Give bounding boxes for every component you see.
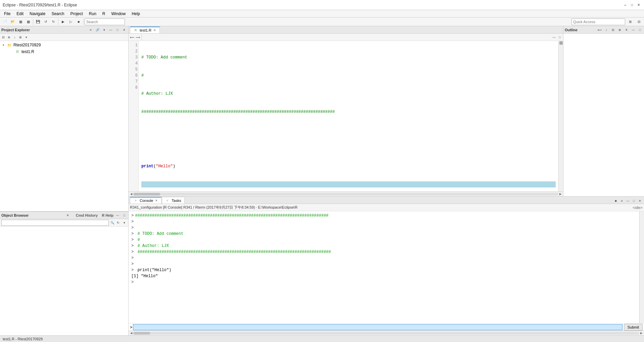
ed-tb-2[interactable]: ⟶ bbox=[135, 35, 140, 40]
console-maximize[interactable]: □ bbox=[631, 198, 637, 204]
console-clear-btn[interactable]: ≡ bbox=[619, 198, 625, 204]
ob-menu-btn[interactable]: ▾ bbox=[122, 220, 127, 225]
pe-tb-3[interactable]: ↕ bbox=[12, 35, 17, 40]
code-line-4: ########################################… bbox=[141, 109, 556, 115]
toolbar-btn9[interactable]: ▷ bbox=[67, 18, 75, 26]
toolbar-btn2[interactable]: 📂 bbox=[9, 18, 16, 26]
outline-minimize[interactable]: — bbox=[631, 27, 636, 33]
toolbar-btn7[interactable]: ↻ bbox=[50, 18, 57, 26]
menu-file[interactable]: File bbox=[1, 11, 13, 17]
menu-project[interactable]: Project bbox=[67, 11, 85, 17]
console-vscroll[interactable] bbox=[639, 211, 644, 323]
pe-close[interactable]: ✕ bbox=[122, 27, 127, 33]
con-line-7: > ######################################… bbox=[131, 249, 637, 255]
scrollbar-thumb[interactable] bbox=[133, 193, 160, 196]
project-label: Rtest20170929 bbox=[13, 43, 41, 47]
ob-refresh-btn[interactable]: ↻ bbox=[116, 220, 121, 225]
con-line-2: > bbox=[131, 219, 637, 225]
toolbar-btn4[interactable]: ▦ bbox=[25, 18, 32, 26]
console-input-area: > Submit bbox=[129, 323, 644, 331]
code-editor[interactable]: # TODO: Add comment # # Author: LJX ####… bbox=[139, 41, 558, 191]
menu-window[interactable]: Window bbox=[108, 11, 128, 17]
tasks-tab-icon: ✓ bbox=[166, 199, 170, 203]
outline-btn2[interactable]: ↕ bbox=[604, 27, 609, 33]
tasks-tab[interactable]: ✓ Tasks bbox=[162, 197, 185, 204]
pe-menu[interactable]: ▾ bbox=[101, 27, 107, 33]
console-terminate-btn[interactable]: ■ bbox=[613, 198, 618, 204]
menu-search[interactable]: Search bbox=[49, 11, 67, 17]
outline-header: Outline ⟵ ↕ ⊟ ⊕ ✕ — □ bbox=[563, 26, 644, 34]
ob-search-btn[interactable]: 🔍 bbox=[109, 220, 115, 225]
console-minimize[interactable]: — bbox=[625, 198, 631, 204]
outline-btn4[interactable]: ⊕ bbox=[617, 27, 623, 33]
scrollbar-track[interactable] bbox=[133, 193, 558, 196]
quick-access-input[interactable] bbox=[571, 18, 625, 25]
editor-tab-close[interactable]: ✕ bbox=[153, 29, 156, 32]
pe-link-editor[interactable]: 🔗 bbox=[95, 27, 100, 33]
ob-x[interactable]: ✕ bbox=[65, 213, 71, 218]
pe-tb-2[interactable]: ⊕ bbox=[6, 35, 12, 40]
console-content[interactable]: > ######################################… bbox=[129, 211, 639, 323]
toolbar-btn-p2[interactable]: ⊟ bbox=[635, 18, 643, 26]
project-toggle-icon[interactable]: ▾ bbox=[1, 43, 5, 47]
ob-minimize[interactable]: — bbox=[115, 213, 120, 218]
ed-tb-1[interactable]: ⟵ bbox=[129, 35, 135, 40]
search-input[interactable] bbox=[85, 18, 125, 25]
toolbar-btn6[interactable]: ↺ bbox=[42, 18, 49, 26]
outline-tree bbox=[563, 34, 644, 196]
ob-search-input[interactable] bbox=[1, 220, 109, 226]
project-node[interactable]: ▾ 📁 Rtest20170929 bbox=[0, 42, 128, 48]
scroll-right-icon[interactable]: ▶ bbox=[558, 192, 562, 196]
con-scroll-left-icon[interactable]: ◀ bbox=[129, 331, 133, 335]
pe-minimize[interactable]: — bbox=[108, 27, 113, 33]
menu-navigate[interactable]: Navigate bbox=[27, 11, 48, 17]
console-close[interactable]: ✕ bbox=[637, 198, 643, 204]
r-help-tab[interactable]: R Help bbox=[102, 213, 113, 217]
maximize-button[interactable]: □ bbox=[629, 2, 635, 8]
console-input[interactable] bbox=[133, 324, 623, 330]
title-bar: Eclipse - Rtest20170929/test1.R - Eclips… bbox=[0, 0, 644, 10]
outline-btn1[interactable]: ⟵ bbox=[597, 27, 602, 33]
file-node[interactable]: R test1.R bbox=[0, 48, 128, 55]
editor-tab-test1[interactable]: R test1.R ✕ bbox=[130, 27, 160, 33]
console-tab[interactable]: > Console ✕ bbox=[130, 197, 162, 204]
menu-help[interactable]: Help bbox=[129, 11, 143, 17]
menu-edit[interactable]: Edit bbox=[14, 11, 26, 17]
toolbar-save[interactable]: 💾 bbox=[34, 18, 42, 26]
toolbar-perspectives[interactable]: ⊞ bbox=[627, 18, 634, 26]
pe-tb-5[interactable]: ▾ bbox=[24, 35, 29, 40]
close-button[interactable]: ✕ bbox=[636, 2, 641, 8]
console-tab-close[interactable]: ✕ bbox=[155, 199, 158, 202]
toolbar-btn3[interactable]: ▦ bbox=[17, 18, 24, 26]
toolbar-btn8[interactable]: ▶ bbox=[59, 18, 67, 26]
pe-tb-4[interactable]: ⊞ bbox=[18, 35, 23, 40]
pe-maximize[interactable]: □ bbox=[115, 27, 120, 33]
con-scrollbar-track[interactable] bbox=[133, 332, 639, 335]
outline-btn3[interactable]: ⊟ bbox=[610, 27, 616, 33]
scroll-left-icon[interactable]: ◀ bbox=[129, 192, 133, 196]
cmd-history-tab[interactable]: Cmd History bbox=[76, 213, 98, 217]
separator1 bbox=[33, 19, 33, 25]
console-scrollbar-h[interactable]: ◀ ▶ bbox=[129, 331, 644, 335]
code-line-8 bbox=[141, 181, 556, 187]
menu-r[interactable]: R bbox=[100, 11, 108, 17]
editor-tab-icon: R bbox=[134, 28, 138, 32]
toolbar-new[interactable]: 📄 bbox=[1, 18, 9, 26]
ob-maximize[interactable]: □ bbox=[122, 213, 127, 218]
toolbar-btn10[interactable]: ■ bbox=[75, 18, 82, 26]
pe-collapse-all[interactable]: ≡ bbox=[88, 27, 93, 33]
submit-button[interactable]: Submit bbox=[624, 324, 643, 331]
editor-scrollbar-h[interactable]: ◀ ▶ bbox=[129, 191, 563, 196]
ed-maximize[interactable]: □ bbox=[557, 35, 562, 40]
outline-x[interactable]: ✕ bbox=[624, 27, 629, 33]
outline-maximize[interactable]: □ bbox=[637, 27, 643, 33]
pe-tb-1[interactable]: ⊟ bbox=[1, 35, 6, 40]
con-scroll-right-icon[interactable]: ▶ bbox=[639, 331, 643, 335]
menu-run[interactable]: Run bbox=[86, 11, 99, 17]
con-scrollbar-thumb[interactable] bbox=[133, 332, 150, 335]
editor-vscroll[interactable] bbox=[558, 41, 563, 191]
minimize-button[interactable]: ‒ bbox=[623, 2, 628, 8]
ob-search-bar: 🔍 ↻ ▾ bbox=[0, 219, 128, 227]
ed-minimize[interactable]: — bbox=[551, 35, 557, 40]
window-controls: ‒ □ ✕ bbox=[623, 2, 641, 8]
